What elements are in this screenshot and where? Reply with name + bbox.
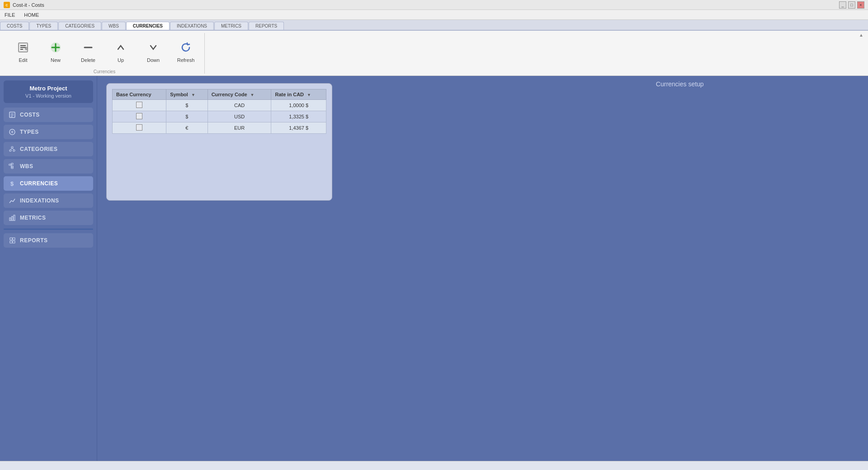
tab-wbs[interactable]: WBS (102, 22, 126, 30)
title-bar: C Cost-it - Costs _ □ × (0, 0, 868, 10)
menu-file[interactable]: FILE (0, 11, 19, 19)
tab-costs[interactable]: COSTS (0, 22, 29, 30)
app-title: Cost-it - Costs (13, 2, 44, 8)
currencies-table: Base Currency Symbol ▼ Currency Code ▼ R… (112, 89, 326, 134)
indexations-icon (8, 197, 16, 205)
table-row[interactable]: € EUR 1,4367 $ (113, 122, 326, 134)
col-symbol: Symbol ▼ (166, 89, 208, 100)
sidebar-item-metrics[interactable]: METRICS (4, 211, 93, 225)
edit-button[interactable]: Edit (7, 33, 39, 69)
toolbar-section-currencies: Edit New (5, 33, 205, 74)
col-rate: Rate in CAD ▼ (271, 89, 326, 100)
svg-rect-25 (11, 167, 13, 169)
down-label: Down (147, 57, 160, 63)
cell-symbol: $ (166, 111, 208, 122)
toolbar-section-label: Currencies (7, 69, 202, 75)
sidebar-item-currencies[interactable]: $ CURRENCIES (4, 176, 93, 191)
project-version: V1 - Working version (9, 93, 88, 99)
main-layout: Metro Project V1 - Working version COSTS (0, 76, 868, 461)
dollar-icon: $ (8, 179, 16, 188)
cell-rate: 1,4367 $ (271, 122, 326, 134)
cell-rate: 1,3325 $ (271, 111, 326, 122)
menu-bar: FILE HOME (0, 10, 868, 20)
app-icon: C (4, 2, 10, 8)
right-panel: Currencies setup (492, 76, 868, 461)
delete-icon (80, 39, 96, 56)
title-bar-left: C Cost-it - Costs (4, 2, 44, 8)
base-checkbox[interactable] (136, 102, 142, 108)
tab-reports[interactable]: REPORTS (249, 22, 284, 30)
sidebar-item-reports[interactable]: REPORTS (4, 233, 93, 248)
close-button[interactable]: × (857, 1, 864, 9)
svg-rect-33 (13, 238, 15, 240)
sidebar-item-costs[interactable]: COSTS (4, 108, 93, 122)
sidebar-reports-label: REPORTS (20, 237, 48, 244)
base-checkbox[interactable] (136, 113, 142, 119)
toolbar-collapse[interactable]: ▲ (859, 33, 863, 38)
cell-base (113, 100, 166, 111)
cell-rate: 1,0000 $ (271, 100, 326, 111)
svg-text:C: C (5, 4, 8, 7)
tab-types[interactable]: TYPES (29, 22, 58, 30)
base-checkbox[interactable] (136, 124, 142, 131)
sidebar-indexations-label: INDEXATIONS (20, 197, 59, 204)
wbs-icon (8, 162, 16, 170)
down-button[interactable]: Down (137, 33, 169, 69)
project-card: Metro Project V1 - Working version (4, 80, 93, 103)
categories-icon (8, 145, 16, 153)
svg-rect-31 (14, 215, 15, 221)
cell-code: EUR (208, 122, 271, 134)
reports-icon (8, 236, 16, 244)
delete-label: Delete (81, 57, 95, 63)
title-bar-controls[interactable]: _ □ × (839, 1, 864, 9)
svg-point-19 (13, 150, 15, 151)
maximize-button[interactable]: □ (848, 1, 855, 9)
costs-icon (8, 111, 16, 119)
sidebar-types-label: TYPES (20, 129, 39, 135)
toolbar: Edit New (0, 31, 868, 76)
cell-symbol: $ (166, 100, 208, 111)
delete-button[interactable]: Delete (72, 33, 104, 69)
tab-currencies[interactable]: CURRENCIES (126, 22, 170, 30)
sidebar-wbs-label: WBS (20, 163, 33, 169)
col-base: Base Currency (113, 89, 166, 100)
sidebar-separator (4, 229, 93, 230)
up-button[interactable]: Up (105, 33, 137, 69)
content: Base Currency Symbol ▼ Currency Code ▼ R… (97, 76, 492, 461)
svg-rect-29 (9, 218, 11, 221)
new-button[interactable]: New (40, 33, 71, 69)
svg-rect-22 (9, 164, 11, 165)
rate-filter-icon[interactable]: ▼ (307, 93, 311, 97)
refresh-icon (178, 39, 194, 56)
symbol-filter-icon[interactable]: ▼ (191, 93, 195, 97)
code-filter-icon[interactable]: ▼ (250, 93, 255, 97)
svg-point-17 (11, 146, 13, 148)
menu-home[interactable]: HOME (19, 11, 43, 19)
up-label: Up (118, 57, 124, 63)
tab-metrics[interactable]: METRICS (214, 22, 248, 30)
cell-base (113, 122, 166, 134)
refresh-button[interactable]: Refresh (170, 33, 202, 69)
new-label: New (51, 57, 61, 63)
svg-line-20 (10, 148, 12, 150)
types-icon (8, 128, 16, 136)
svg-rect-35 (13, 241, 15, 243)
table-row[interactable]: $ CAD 1,0000 $ (113, 100, 326, 111)
currencies-panel: Base Currency Symbol ▼ Currency Code ▼ R… (106, 83, 332, 201)
sidebar-currencies-label: CURRENCIES (20, 180, 58, 187)
edit-label: Edit (19, 57, 28, 63)
setup-label: Currencies setup (656, 80, 704, 88)
minimize-button[interactable]: _ (839, 1, 846, 9)
table-row[interactable]: $ USD 1,3325 $ (113, 111, 326, 122)
tab-indexations[interactable]: INDEXATIONS (170, 22, 214, 30)
svg-rect-32 (10, 238, 12, 240)
new-icon (47, 39, 64, 56)
sidebar-item-types[interactable]: TYPES (4, 125, 93, 139)
sidebar-item-categories[interactable]: CATEGORIES (4, 142, 93, 156)
sidebar-item-wbs[interactable]: WBS (4, 159, 93, 174)
svg-line-21 (12, 148, 14, 150)
tab-categories[interactable]: CATEGORIES (58, 22, 101, 30)
sidebar-item-indexations[interactable]: INDEXATIONS (4, 193, 93, 208)
sidebar-costs-label: COSTS (20, 112, 40, 118)
cell-symbol: € (166, 122, 208, 134)
